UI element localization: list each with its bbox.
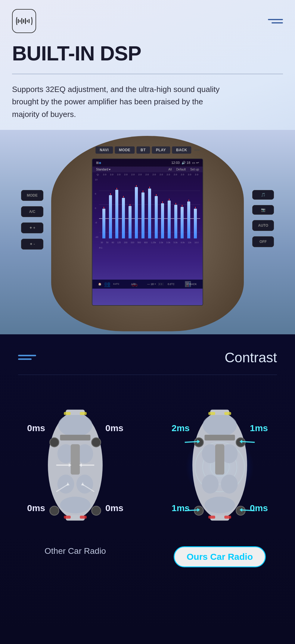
header <box>0 0 295 39</box>
fc-label-row: FC: <box>92 246 203 250</box>
svg-point-8 <box>58 414 92 437</box>
subtitle-text: Supports 32EQ adjustment, and the ultra-… <box>0 80 241 130</box>
other-timing-bl: 0ms <box>27 503 45 513</box>
ac-side-button[interactable]: A/C <box>21 206 43 217</box>
other-timing-br: 0ms <box>105 503 123 513</box>
our-car-top-view: 2ms 1ms 1ms 0ms <box>178 393 262 537</box>
svg-point-19 <box>92 506 101 515</box>
off-button[interactable]: OFF <box>252 236 274 247</box>
svg-rect-3 <box>18 19 19 23</box>
svg-rect-22 <box>64 412 71 415</box>
eq-bar-7[interactable] <box>141 192 144 238</box>
eq-bar-15[interactable] <box>194 209 197 238</box>
auto-button[interactable]: AUTO <box>252 220 274 231</box>
screen-controls-bar: Standard ▾ All Default Set up <box>92 167 203 172</box>
eq-bar-3[interactable] <box>115 190 118 238</box>
other-car-label: Other Car Radio <box>45 546 106 556</box>
screen-statusbar: ⊞ ◈ 12:03 🔊 18 ▭ ↩ <box>92 159 203 167</box>
eq-bar-14[interactable] <box>187 201 190 238</box>
mode-side-button[interactable]: MODE <box>21 190 43 201</box>
eq-bars-container <box>99 184 200 238</box>
svg-point-40 <box>221 474 238 493</box>
screen-default-label[interactable]: Default <box>176 168 186 171</box>
right-btn-2[interactable]: 📷 <box>252 205 274 215</box>
plus-side-button[interactable]: ✦ + <box>21 222 43 233</box>
other-timing-tl: 0ms <box>27 423 45 433</box>
freq-labels-row: 3050801252003205008001.25k2.0k3.0k5.0k8.… <box>99 241 200 244</box>
our-timing-bl: 1ms <box>172 503 190 513</box>
other-car-top-view: 0ms 0ms 0ms 0ms <box>33 393 117 537</box>
contrast-divider <box>18 375 277 375</box>
other-car-comparison: 0ms 0ms 0ms 0ms <box>6 393 144 556</box>
logo <box>12 9 36 33</box>
svg-rect-6 <box>29 19 30 23</box>
eq-bar-5[interactable] <box>129 206 132 238</box>
title-divider <box>12 74 283 74</box>
svg-rect-9 <box>60 435 90 440</box>
comparison-section: 0ms 0ms 0ms 0ms <box>0 393 295 567</box>
svg-point-13 <box>76 474 93 493</box>
eq-bar-10[interactable] <box>161 203 164 238</box>
svg-rect-52 <box>224 516 231 519</box>
eq-bar-6[interactable] <box>135 187 138 238</box>
contrast-title: Contrast <box>225 349 277 366</box>
hamburger-menu[interactable] <box>268 19 283 23</box>
svg-rect-50 <box>224 412 231 415</box>
eq-bar-8[interactable] <box>148 189 151 238</box>
car-interior: NAVI MODE BT PLAY BACK MODE A/C ✦ + ✦ - <box>0 130 295 334</box>
screen-volume-icon: 🔊 18 <box>182 161 190 165</box>
eq-bar-1[interactable] <box>102 209 105 238</box>
screen-home-label: 0.0°C <box>113 283 119 285</box>
minus-side-button[interactable]: ✦ - <box>21 239 43 250</box>
filter-icon <box>18 355 36 360</box>
svg-rect-24 <box>64 516 71 519</box>
svg-point-35 <box>203 414 237 437</box>
bottom-section: Contrast 0ms 0ms 0ms 0ms <box>0 334 295 644</box>
screen-ac-bar: 🏠 0.0°C A/C — 18 + 0.0°C ↩ BACK <box>92 280 203 289</box>
eq-bar-4[interactable] <box>122 198 125 238</box>
navi-button[interactable]: NAVI <box>95 146 113 154</box>
eq-bar-13[interactable] <box>181 207 184 238</box>
play-button[interactable]: PLAY <box>152 146 170 154</box>
svg-rect-4 <box>25 18 26 24</box>
screen-all-label[interactable]: All <box>168 168 172 171</box>
screen-temp-label: 0.0°C <box>168 283 175 286</box>
eq-display-area: 1060-6-10 <box>92 177 203 246</box>
right-side-buttons: 🎵 📷 AUTO OFF <box>252 190 274 247</box>
svg-rect-14 <box>71 444 80 474</box>
bt-button[interactable]: BT <box>136 146 150 154</box>
other-timing-tr: 0ms <box>105 423 123 433</box>
right-btn-1[interactable]: 🎵 <box>252 190 274 200</box>
svg-rect-36 <box>204 435 235 440</box>
svg-rect-1 <box>21 18 22 24</box>
screen-setup-label[interactable]: Set up <box>190 168 199 171</box>
our-timing-tr: 1ms <box>250 423 268 433</box>
screen-time: 12:03 <box>171 161 180 164</box>
back-button[interactable]: BACK <box>172 146 191 154</box>
screen-ac-label[interactable]: A/C <box>131 283 135 286</box>
svg-rect-23 <box>80 412 87 415</box>
q-values-row: Q: 2.02.02.02.02.02.02.02.02.02.02.02.02… <box>92 172 203 177</box>
screen-standard-dropdown[interactable]: Standard ▾ <box>96 168 110 171</box>
our-car-svg <box>178 393 262 537</box>
svg-rect-5 <box>27 20 28 22</box>
eq-bar-2[interactable] <box>109 195 112 238</box>
our-timing-tl: 2ms <box>172 423 190 433</box>
svg-point-16 <box>50 438 59 447</box>
eq-bar-12[interactable] <box>174 205 177 238</box>
svg-rect-41 <box>215 444 224 474</box>
svg-rect-25 <box>80 516 87 519</box>
svg-rect-2 <box>20 20 20 22</box>
svg-point-18 <box>50 506 59 515</box>
screen-battery-icon: ▭ <box>192 161 195 165</box>
mode-button[interactable]: MODE <box>115 146 135 154</box>
our-car-label-button[interactable]: Ours Car Radio <box>174 546 266 567</box>
svg-point-12 <box>57 474 74 493</box>
screen-back-btn[interactable]: ↩ BACK <box>186 283 197 286</box>
eq-bar-11[interactable] <box>168 201 171 238</box>
svg-point-39 <box>202 474 219 493</box>
eq-bar-9[interactable] <box>155 196 158 238</box>
svg-rect-0 <box>23 19 24 23</box>
top-button-row: NAVI MODE BT PLAY BACK <box>95 146 199 154</box>
screen-home-icon[interactable]: 🏠 <box>98 283 101 286</box>
